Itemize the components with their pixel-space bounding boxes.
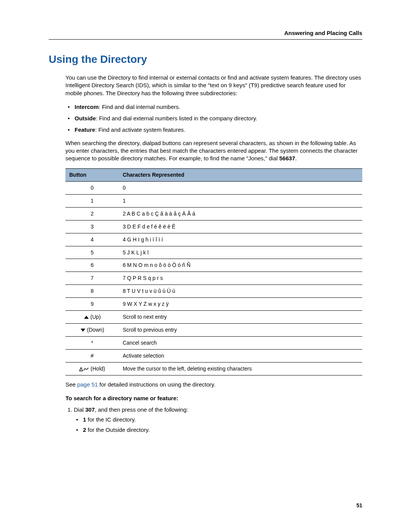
button-cell: 4 <box>65 233 119 246</box>
chars-cell: Scroll to previous entry <box>119 323 362 336</box>
text: for the IC directory. <box>86 416 136 423</box>
step-text: Dial <box>74 406 85 413</box>
table-row: (Up)Scroll to next entry <box>65 311 362 324</box>
table-row: 22 A B C a b c Ç â ä à å ç Ä Å á <box>65 207 362 220</box>
page-number: 51 <box>49 502 362 508</box>
subdir-desc: : Find and dial internal numbers. <box>99 104 180 110</box>
button-cell: 3 <box>65 220 119 233</box>
para-text: . <box>295 155 297 161</box>
page-link[interactable]: page 51 <box>77 381 98 388</box>
button-cell: 5 <box>65 246 119 259</box>
svg-marker-1 <box>81 329 85 332</box>
see-link-paragraph: See page 51 for detailed instructions on… <box>65 381 362 388</box>
subdirectory-list: Intercom: Find and dial internal numbers… <box>65 103 362 134</box>
table-row: 88 T U V t u v ü û ù Ü ú <box>65 285 362 298</box>
step-text: , and then press one of the following: <box>95 406 188 413</box>
subdir-desc: : Find and dial external numbers listed … <box>96 115 257 121</box>
col-header-chars: Characters Represented <box>119 169 362 182</box>
button-cell: 0 <box>65 182 119 195</box>
table-row: 66 M N O m n o ô ö ò Ö ó ñ Ñ <box>65 259 362 272</box>
table-row: (Down)Scroll to previous entry <box>65 323 362 336</box>
chars-cell: Move the cursor to the left, deleting ex… <box>119 362 362 375</box>
button-cell: # <box>65 349 119 362</box>
table-row: 77 Q P R S q p r s <box>65 272 362 285</box>
dial-code: 56637 <box>279 155 295 161</box>
chars-cell: Scroll to next entry <box>119 311 362 324</box>
list-item: Feature: Find and activate system featur… <box>75 126 362 134</box>
chars-cell: Activate selection <box>119 349 362 362</box>
chars-cell: 5 J K L j k l <box>119 246 362 259</box>
table-intro-paragraph: When searching the directory, dialpad bu… <box>65 139 362 163</box>
button-cell: * <box>65 336 119 349</box>
dialpad-table: Button Characters Represented 001122 A B… <box>65 168 362 375</box>
up-arrow-icon <box>84 315 89 319</box>
text: See <box>65 381 77 388</box>
table-row: 99 W X Y Z w x y z ÿ <box>65 298 362 311</box>
button-cell: 7 <box>65 272 119 285</box>
table-row: 55 J K L j k l <box>65 246 362 259</box>
chars-cell: 7 Q P R S q p r s <box>119 272 362 285</box>
chars-cell: 3 D E F d e f é ê ë è É <box>119 220 362 233</box>
text: for detailed instructions on using the d… <box>98 381 215 388</box>
running-header: Answering and Placing Calls <box>49 30 362 40</box>
subdir-desc: : Find and activate system features. <box>95 126 185 133</box>
chars-cell: 4 G H I g h i ï î ì í <box>119 233 362 246</box>
button-cell: 9 <box>65 298 119 311</box>
text: for the Outside directory. <box>86 427 150 433</box>
svg-marker-0 <box>84 316 89 319</box>
chars-cell: 2 A B C a b c Ç â ä à å ç Ä Å á <box>119 207 362 220</box>
chars-cell: 6 M N O m n o ô ö ò Ö ó ñ Ñ <box>119 259 362 272</box>
section-title: Using the Directory <box>49 53 362 66</box>
document-page: Answering and Placing Calls Using the Di… <box>0 0 411 531</box>
button-cell: (Down) <box>65 323 119 336</box>
button-suffix: (Up) <box>89 314 101 320</box>
chars-cell: Cancel search <box>119 336 362 349</box>
sub-bullets: 1 for the IC directory. 2 for the Outsid… <box>74 416 362 434</box>
table-row: 44 G H I g h i ï î ì í <box>65 233 362 246</box>
chars-cell: 8 T U V t u v ü û ù Ü ú <box>119 285 362 298</box>
subdir-name: Intercom <box>75 104 99 110</box>
step-item: Dial 307, and then press one of the foll… <box>74 406 362 434</box>
table-header-row: Button Characters Represented <box>65 169 362 182</box>
subdir-name: Feature <box>75 126 95 133</box>
table-row: (Hold)Move the cursor to the left, delet… <box>65 362 362 375</box>
button-cell: 1 <box>65 195 119 208</box>
button-suffix: (Down) <box>86 327 104 333</box>
list-item: 2 for the Outside directory. <box>83 426 362 434</box>
procedure-title: To search for a directory name or featur… <box>65 395 362 402</box>
dial-code: 307 <box>85 406 95 413</box>
subdir-name: Outside <box>75 115 96 121</box>
body-content: You can use the Directory to find intern… <box>49 74 362 434</box>
button-cell: (Up) <box>65 311 119 324</box>
intro-paragraph: You can use the Directory to find intern… <box>65 74 362 97</box>
button-suffix: (Hold) <box>89 366 105 372</box>
down-arrow-icon <box>80 328 86 332</box>
para-text: When searching the directory, dialpad bu… <box>65 140 358 162</box>
chars-cell: 9 W X Y Z w x y z ÿ <box>119 298 362 311</box>
table-row: 00 <box>65 182 362 195</box>
list-item: Outside: Find and dial external numbers … <box>75 115 362 122</box>
button-cell: (Hold) <box>65 362 119 375</box>
list-item: 1 for the IC directory. <box>83 416 362 423</box>
button-cell: 6 <box>65 259 119 272</box>
table-row: *Cancel search <box>65 336 362 349</box>
table-row: 11 <box>65 195 362 208</box>
chars-cell: 0 <box>119 182 362 195</box>
hold-icon <box>79 367 89 371</box>
table-row: 33 D E F d e f é ê ë è É <box>65 220 362 233</box>
col-header-button: Button <box>65 169 119 182</box>
chars-cell: 1 <box>119 195 362 208</box>
button-cell: 8 <box>65 285 119 298</box>
procedure-steps: Dial 307, and then press one of the foll… <box>65 406 362 434</box>
table-row: #Activate selection <box>65 349 362 362</box>
list-item: Intercom: Find and dial internal numbers… <box>75 103 362 111</box>
button-cell: 2 <box>65 207 119 220</box>
